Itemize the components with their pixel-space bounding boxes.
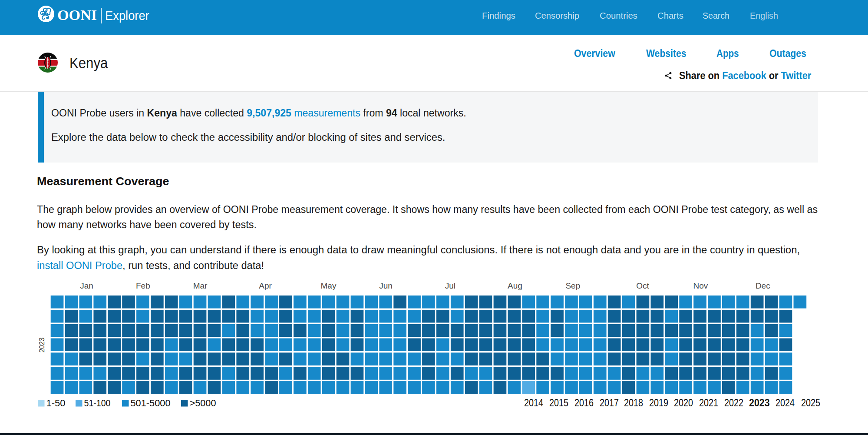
svg-text:2019: 2019 xyxy=(649,397,668,408)
svg-text:2018: 2018 xyxy=(624,397,643,408)
svg-text:51-100: 51-100 xyxy=(84,398,111,408)
svg-text:Dec: Dec xyxy=(756,281,770,290)
svg-text:Feb: Feb xyxy=(136,281,150,290)
svg-text:2023: 2023 xyxy=(749,397,770,408)
svg-text:Sep: Sep xyxy=(565,281,580,290)
svg-text:Oct: Oct xyxy=(636,281,649,290)
svg-text:2022: 2022 xyxy=(724,397,743,408)
svg-text:Jun: Jun xyxy=(379,281,393,290)
svg-text:2020: 2020 xyxy=(674,397,693,408)
svg-text:Aug: Aug xyxy=(508,281,522,290)
svg-text:May: May xyxy=(321,281,337,290)
svg-text:2023: 2023 xyxy=(37,338,46,353)
svg-text:Mar: Mar xyxy=(193,281,208,290)
svg-text:>5000: >5000 xyxy=(190,398,216,408)
svg-text:2017: 2017 xyxy=(600,397,619,408)
svg-text:Jan: Jan xyxy=(80,281,93,290)
svg-text:2014: 2014 xyxy=(524,397,543,408)
svg-text:2016: 2016 xyxy=(574,397,594,408)
svg-text:Jul: Jul xyxy=(445,281,455,290)
svg-text:1-50: 1-50 xyxy=(46,398,66,408)
svg-text:2025: 2025 xyxy=(801,397,820,408)
svg-text:Nov: Nov xyxy=(693,281,708,290)
svg-text:501-5000: 501-5000 xyxy=(131,398,171,408)
svg-text:2024: 2024 xyxy=(776,397,795,408)
svg-text:Apr: Apr xyxy=(259,281,272,290)
svg-text:2021: 2021 xyxy=(699,397,718,408)
svg-text:2015: 2015 xyxy=(549,397,568,408)
